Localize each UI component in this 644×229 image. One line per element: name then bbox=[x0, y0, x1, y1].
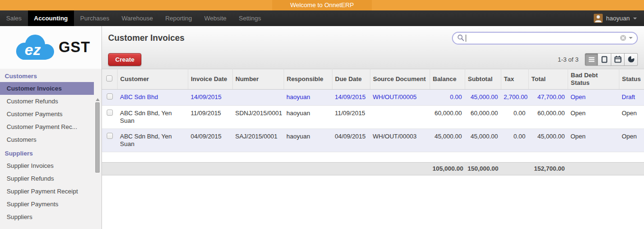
search-box[interactable] bbox=[452, 32, 638, 45]
invoice-row-1[interactable]: ABC Sdn Bhd 14/09/2015 haoyuan 14/09/201… bbox=[102, 90, 644, 106]
create-button[interactable]: Create bbox=[108, 53, 141, 66]
graph-view-icon bbox=[627, 55, 635, 63]
menu-item-accounting[interactable]: Accounting bbox=[28, 10, 74, 26]
menu-item-reporting[interactable]: Reporting bbox=[159, 10, 198, 26]
cell-invoice-date: 04/09/2015 bbox=[188, 129, 232, 152]
cell-status: Draft bbox=[619, 90, 644, 106]
col-due-date[interactable]: Due Date bbox=[332, 69, 370, 90]
cell-source-document bbox=[370, 106, 430, 129]
total-balance: 105,000.00 bbox=[430, 163, 465, 175]
scroll-up-icon[interactable] bbox=[96, 96, 100, 101]
list-view-icon bbox=[588, 56, 595, 63]
menu-item-sales[interactable]: Sales bbox=[0, 10, 28, 26]
sidebar-item-supplier-payment-receipt[interactable]: Supplier Payment Receipt bbox=[0, 185, 94, 198]
main-menu-bar: Sales Accounting Purchases Warehouse Rep… bbox=[0, 10, 644, 26]
cell-responsible: haoyuan bbox=[284, 106, 332, 129]
view-header: Customer Invoices bbox=[102, 26, 644, 50]
cell-status: Open bbox=[619, 129, 644, 152]
cell-number: SDNJ/2015/0001 bbox=[232, 106, 284, 129]
col-source-document[interactable]: Source Document bbox=[370, 69, 430, 90]
user-menu[interactable]: haoyuan bbox=[587, 10, 644, 26]
cell-source-document: WH/OUT/00005 bbox=[370, 90, 430, 106]
form-view-button[interactable] bbox=[598, 53, 611, 66]
menu-item-settings[interactable]: Settings bbox=[233, 10, 267, 26]
username: haoyuan bbox=[606, 15, 630, 22]
cell-balance: 0.00 bbox=[430, 90, 465, 106]
col-number[interactable]: Number bbox=[232, 69, 284, 90]
sidebar-item-customer-payment-receipt[interactable]: Customer Payment Rec... bbox=[0, 120, 94, 133]
toolbar-right: 1-3 of 3 bbox=[558, 53, 638, 66]
cell-customer: ABC Sdn Bhd, Yen Suan bbox=[117, 129, 188, 152]
menu-item-purchases[interactable]: Purchases bbox=[74, 10, 115, 26]
avatar bbox=[594, 14, 603, 23]
cell-tax: 0.00 bbox=[501, 106, 528, 129]
select-all-checkbox[interactable] bbox=[106, 75, 112, 82]
cloud-logo-icon: ez bbox=[11, 32, 58, 63]
invoice-table: Customer Invoice Date Number Responsible… bbox=[102, 69, 644, 175]
user-icon bbox=[594, 14, 603, 23]
onneterp-app: Welcome to OnnetERP Sales Accounting Pur… bbox=[0, 0, 644, 229]
cell-due-date: 04/09/2015 bbox=[332, 129, 370, 152]
cell-customer: ABC Sdn Bhd bbox=[117, 90, 188, 106]
menu-item-warehouse[interactable]: Warehouse bbox=[115, 10, 159, 26]
form-view-icon bbox=[601, 56, 608, 63]
cell-customer: ABC Sdn Bhd, Yen Suan bbox=[117, 106, 188, 129]
sidebar-item-suppliers[interactable]: Suppliers bbox=[0, 211, 94, 223]
col-status[interactable]: Status bbox=[619, 69, 644, 90]
header-checkbox-cell bbox=[102, 69, 117, 90]
col-customer[interactable]: Customer bbox=[117, 69, 188, 90]
clear-search-icon[interactable] bbox=[620, 35, 626, 41]
search-input[interactable] bbox=[466, 35, 620, 42]
list-toolbar: Create 1-3 of 3 bbox=[102, 50, 644, 69]
menu-item-website[interactable]: Website bbox=[198, 10, 233, 26]
list-view-button[interactable] bbox=[585, 53, 598, 66]
section-customers-title: Customers bbox=[0, 69, 94, 82]
cell-status: Open bbox=[619, 106, 644, 129]
welcome-banner: Welcome to OnnetERP bbox=[0, 0, 644, 10]
total-tax bbox=[501, 163, 528, 175]
cell-number bbox=[232, 90, 284, 106]
pager-text: 1-3 of 3 bbox=[558, 56, 579, 63]
sidebar-item-supplier-refunds[interactable]: Supplier Refunds bbox=[0, 172, 94, 185]
invoice-row-2[interactable]: ABC Sdn Bhd, Yen Suan 11/09/2015 SDNJ/20… bbox=[102, 106, 644, 129]
sidebar-item-supplier-invoices[interactable]: Supplier Invoices bbox=[0, 159, 94, 172]
sidebar-item-customer-refunds[interactable]: Customer Refunds bbox=[0, 95, 94, 108]
cell-invoice-date: 11/09/2015 bbox=[188, 106, 232, 129]
sidebar-item-supplier-payments[interactable]: Supplier Payments bbox=[0, 198, 94, 211]
cell-subtotal: 45,000.00 bbox=[465, 129, 501, 152]
row-checkbox[interactable] bbox=[107, 133, 113, 139]
sidebar-menu: Customers Customer Invoices Customer Ref… bbox=[0, 69, 94, 223]
cell-subtotal: 60,000.00 bbox=[465, 106, 501, 129]
col-bad-debt-status[interactable]: Bad Debt Status bbox=[568, 69, 619, 90]
app-body: ez GST Customers Customer Invoices Custo… bbox=[0, 26, 644, 229]
row-checkbox[interactable] bbox=[107, 93, 113, 100]
sidebar-item-customer-invoices[interactable]: Customer Invoices bbox=[0, 82, 94, 95]
cell-source-document: WH/OUT/00003 bbox=[370, 129, 430, 152]
search-icon bbox=[457, 34, 465, 42]
cell-due-date: 11/09/2015 bbox=[332, 106, 370, 129]
col-balance[interactable]: Balance bbox=[430, 69, 465, 90]
sidebar-item-customer-payments[interactable]: Customer Payments bbox=[0, 108, 94, 120]
calendar-view-button[interactable] bbox=[611, 53, 625, 66]
col-invoice-date[interactable]: Invoice Date bbox=[188, 69, 232, 90]
col-responsible[interactable]: Responsible bbox=[284, 69, 332, 90]
col-tax[interactable]: Tax bbox=[501, 69, 528, 90]
row-checkbox[interactable] bbox=[107, 110, 113, 116]
col-subtotal[interactable]: Subtotal bbox=[465, 69, 501, 90]
cell-responsible: haoyuan bbox=[284, 90, 332, 106]
cell-total: 45,000.00 bbox=[528, 129, 568, 152]
cell-due-date: 14/09/2015 bbox=[332, 90, 370, 106]
graph-view-button[interactable] bbox=[625, 53, 638, 66]
cell-subtotal: 45,000.00 bbox=[465, 90, 501, 106]
scrollbar-thumb[interactable] bbox=[95, 102, 100, 173]
sidebar-item-customers[interactable]: Customers bbox=[0, 133, 94, 146]
cell-bad-debt-status: Open bbox=[568, 106, 619, 129]
col-total[interactable]: Total bbox=[528, 69, 568, 90]
search-options-icon[interactable] bbox=[629, 37, 633, 41]
total-subtotal: 150,000.00 bbox=[465, 163, 501, 175]
invoice-row-3[interactable]: ABC Sdn Bhd, Yen Suan 04/09/2015 SAJ/201… bbox=[102, 129, 644, 152]
cell-total: 47,700.00 bbox=[528, 90, 568, 106]
table-gap bbox=[102, 152, 644, 163]
cell-invoice-date: 14/09/2015 bbox=[188, 90, 232, 106]
sidebar-scrollbar[interactable] bbox=[95, 96, 100, 173]
